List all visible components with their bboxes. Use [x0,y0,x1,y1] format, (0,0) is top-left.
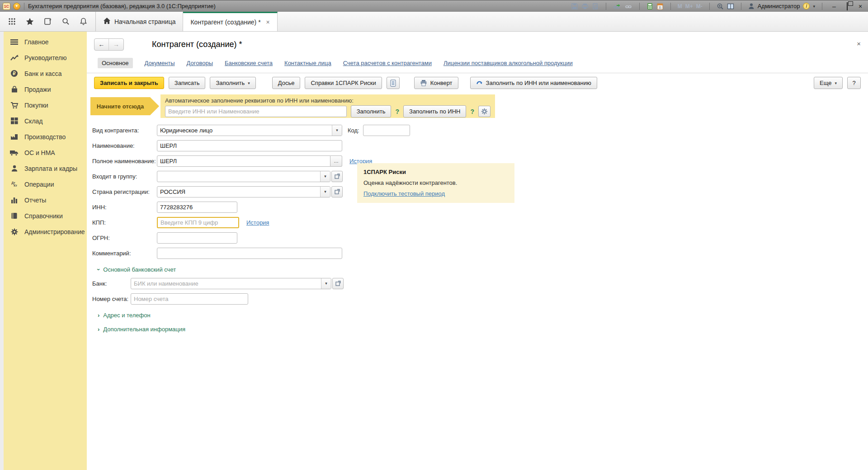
tab-home[interactable]: Начальная страница [96,12,183,31]
kpp-input[interactable] [157,217,239,228]
sidebar-item-rukovoditelyu[interactable]: Руководителю [10,51,87,64]
hamburger-icon [10,39,19,45]
tab-counterparty[interactable]: Контрагент (создание) * × [183,12,277,31]
section-bank-account[interactable]: › Основной банковский счет [98,266,868,273]
nav-contact-persons[interactable]: Контактные лица [284,60,331,66]
chevron-down-icon[interactable]: ▾ [320,171,330,182]
memory-minus-button[interactable]: M- [696,3,703,9]
account-input[interactable] [131,293,248,305]
save-and-close-button[interactable]: Записать и закрыть [94,77,164,89]
save-icon[interactable] [571,3,578,10]
calendar-icon[interactable]: 31 [656,3,664,10]
home-icon [103,17,111,26]
print-preview-icon[interactable] [592,3,599,10]
sidebar-item-proizvodstvo[interactable]: Производство [10,130,87,143]
inn-input[interactable] [157,202,237,213]
fill-by-inn-button[interactable]: Заполнить по ИНН или наименованию [470,77,597,89]
history-scroll-icon[interactable] [44,18,52,25]
sidebar-item-spravochniki[interactable]: Справочники [10,209,87,222]
ogrn-input[interactable] [157,232,237,244]
go-link-icon[interactable] [624,3,632,10]
split-window-icon[interactable] [727,3,734,10]
sidebar-item-glavnoe[interactable]: Главное [10,35,87,48]
spark-trial-link[interactable]: Подключить тестовый период [363,190,445,197]
sidebar-item-pokupki[interactable]: Покупки [10,99,87,112]
help-button[interactable]: ? [847,77,861,89]
autofill-settings-button[interactable] [478,106,491,117]
nav-documents[interactable]: Документы [145,60,175,66]
nav-main-active[interactable]: Основное [98,58,133,68]
autofill-fill-button[interactable]: Заполнить [351,105,392,118]
country-open-button[interactable] [331,186,343,197]
country-combobox[interactable]: РОССИЯ ▾ [157,186,330,197]
gear-icon [10,228,19,235]
chevron-down-icon[interactable]: ▾ [321,278,331,289]
search-icon[interactable] [62,18,70,25]
memory-plus-button[interactable]: M+ [685,3,693,9]
envelope-button[interactable]: Конверт [414,77,458,89]
name-input[interactable] [157,140,342,151]
bank-open-button[interactable] [332,278,344,289]
full-name-ellipsis-button[interactable]: ... [330,155,342,167]
sidebar-item-prodazhi[interactable]: Продажи [10,83,87,96]
minimize-button[interactable]: – [829,3,839,10]
nav-contracts[interactable]: Договоры [187,60,213,66]
arrow-tip [150,97,159,115]
zoom-icon[interactable] [717,3,724,10]
chevron-down-icon[interactable]: ▾ [332,125,342,136]
sidebar-item-sklad[interactable]: Склад [10,114,87,127]
help-question-icon[interactable]: ? [470,108,474,115]
requisites-list-button[interactable] [387,77,400,89]
comment-row: Комментарий: [92,247,868,259]
group-label: Входит в группу: [92,173,157,180]
inn-or-name-input[interactable] [165,106,347,117]
dossier-button[interactable]: Досье [272,77,301,89]
spark-reports-button[interactable]: Справки 1СПАРК Риски [305,77,382,89]
back-button[interactable]: ← [94,39,109,50]
forward-button[interactable]: → [109,39,123,50]
get-link-icon[interactable] [613,3,621,10]
bank-combobox[interactable]: БИК или наименование ▾ [131,278,331,289]
nav-alcohol-licenses[interactable]: Лицензии поставщиков алкогольной продукц… [443,60,573,66]
section-address-phone[interactable]: › Адрес и телефон [98,312,868,319]
group-combobox[interactable]: ▾ [157,171,330,182]
sidebar-item-os-nma[interactable]: ОС и НМА [10,146,87,159]
code-input[interactable] [363,125,410,136]
form-close-icon[interactable]: × [857,40,861,47]
info-icon[interactable]: i [803,3,810,9]
info-caret-icon[interactable]: ▾ [813,4,815,9]
sidebar: Главное Руководителю ₽ Банк и касса Прод… [0,32,87,470]
boxes-icon [10,118,19,124]
comment-input[interactable] [157,248,342,259]
save-button[interactable]: Записать [169,77,206,89]
section-additional-info[interactable]: › Дополнительная информация [98,326,868,333]
full-name-input[interactable] [157,155,330,167]
chevron-down-icon[interactable]: ▾ [320,187,330,197]
calculator-icon[interactable] [646,3,653,10]
memory-button[interactable]: M [678,3,682,9]
help-question-icon[interactable]: ? [395,108,399,115]
close-window-button[interactable]: × [855,3,865,10]
favorites-star-icon[interactable] [26,18,34,25]
sidebar-item-operacii[interactable]: ДтКт Операции [10,178,87,191]
more-button[interactable]: Еще▾ [814,77,843,89]
nav-bank-accounts[interactable]: Банковские счета [225,60,273,66]
tab-close-icon[interactable]: × [266,19,270,26]
kpp-row: КПП: История [92,216,868,228]
sidebar-item-administrirovanie[interactable]: Администрирование [10,225,87,238]
fill-menu-button[interactable]: Заполнить▾ [210,77,255,89]
autofill-fill-by-inn-button[interactable]: Заполнить по ИНН [403,105,466,118]
nav-settlement-accounts[interactable]: Счета расчетов с контрагентами [343,60,432,66]
sidebar-item-otchety[interactable]: Отчеты [10,193,87,207]
restore-button[interactable] [842,3,852,10]
tools-menu-icon[interactable] [8,18,16,25]
print-icon[interactable] [581,3,589,10]
main-menu-button[interactable]: ▼ [13,3,20,10]
group-open-button[interactable] [331,171,343,182]
kpp-history-link[interactable]: История [246,219,269,226]
sidebar-item-zarplata-kadry[interactable]: Зарплата и кадры [10,162,87,175]
notifications-bell-icon[interactable] [80,18,87,25]
kind-combobox[interactable]: Юридическое лицо ▾ [157,125,342,136]
current-user[interactable]: Администратор [758,3,800,9]
sidebar-item-bank-kassa[interactable]: ₽ Банк и касса [10,67,87,80]
